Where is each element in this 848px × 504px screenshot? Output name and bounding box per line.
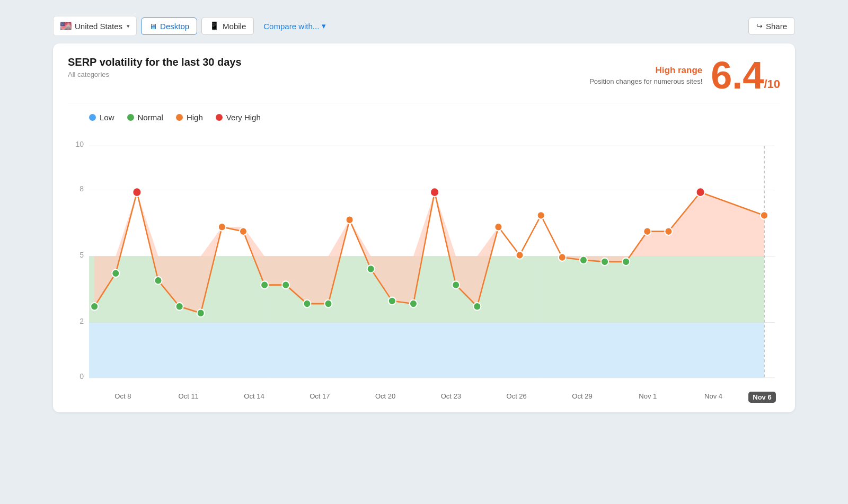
data-point [324,300,332,308]
desktop-icon: 🖥 [149,22,157,31]
share-label: Share [766,22,787,31]
share-button[interactable]: ↪ Share [748,17,795,35]
volatility-card: SERP volatility for the last 30 days All… [53,43,795,412]
data-point [473,303,481,311]
high-dot [176,114,183,121]
data-point [197,310,205,317]
data-point [494,223,502,231]
legend-very-high: Very High [216,113,261,122]
mobile-icon: 📱 [209,21,219,31]
card-header: SERP volatility for the last 30 days All… [68,56,780,103]
card-title-area: SERP volatility for the last 30 days All… [68,56,242,78]
data-point [367,265,375,273]
data-point [112,270,119,278]
compare-chevron-icon: ▾ [322,21,326,31]
svg-text:0: 0 [80,372,84,381]
svg-text:5: 5 [80,250,84,259]
data-point [622,258,630,266]
svg-text:10: 10 [75,140,84,148]
legend-very-high-label: Very High [226,113,261,122]
desktop-button[interactable]: 🖥 Desktop [141,17,197,35]
data-point [410,300,417,308]
data-point [388,297,396,305]
compare-button[interactable]: Compare with... ▾ [258,17,331,34]
score-display: 6.4 /10 [711,56,780,94]
data-point [154,277,162,285]
data-point [346,216,354,224]
legend-high: High [176,113,203,122]
legend-normal: Normal [127,113,163,122]
data-point [761,211,768,219]
svg-text:2: 2 [80,316,84,325]
data-point [665,227,672,235]
data-point [580,257,587,264]
score-value: 6.4 [711,56,764,94]
legend-low-label: Low [100,113,114,122]
card-title: SERP volatility for the last 30 days [68,56,242,68]
data-point [91,303,98,311]
data-point [601,258,608,266]
country-label: United States [75,22,122,31]
country-selector[interactable]: 🇺🇸 United States ▾ [53,16,137,36]
flag-icon: 🇺🇸 [60,20,72,32]
chevron-down-icon: ▾ [127,23,130,30]
data-point [132,188,141,197]
data-point [559,253,566,261]
score-area: High range Position changes for numerous… [589,56,780,94]
mobile-label: Mobile [223,22,246,31]
data-point [643,227,651,235]
very-high-dot [216,114,223,121]
data-point [516,251,524,259]
share-icon: ↪ [756,22,763,30]
data-point [282,281,289,289]
main-container: 🇺🇸 United States ▾ 🖥 Desktop 📱 Mobile Co… [53,11,795,412]
data-point [261,281,268,289]
svg-text:8: 8 [80,184,84,192]
range-label: High range [589,65,702,76]
normal-dot [127,114,134,121]
legend-high-label: High [187,113,203,122]
low-band [89,323,764,378]
chart-legend: Low Normal High Very High [89,113,780,122]
data-point [696,188,705,197]
data-point [537,211,545,219]
card-subtitle: All categories [68,70,242,78]
score-denom: /10 [764,77,780,91]
data-point [452,281,460,289]
legend-low: Low [89,113,114,122]
data-point [218,223,226,231]
compare-label: Compare with... [263,22,319,31]
legend-normal-label: Normal [138,113,163,122]
data-point [240,227,247,235]
score-text-area: High range Position changes for numerous… [589,65,702,85]
toolbar: 🇺🇸 United States ▾ 🖥 Desktop 📱 Mobile Co… [53,11,795,43]
data-point [430,188,439,197]
chart-area: 10 8 5 2 0 [68,130,780,395]
desktop-label: Desktop [160,22,189,31]
mobile-button[interactable]: 📱 Mobile [201,17,254,35]
range-desc: Position changes for numerous sites! [589,77,702,85]
low-dot [89,114,96,121]
chart-svg: 10 8 5 2 0 [68,130,780,395]
data-point [176,303,183,311]
data-point [303,300,311,308]
